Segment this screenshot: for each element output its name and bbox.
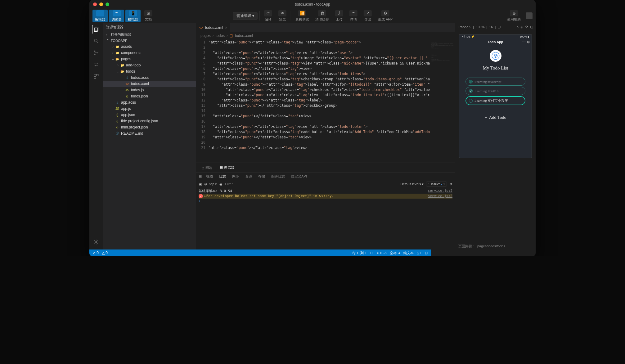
tree-item-todos[interactable]: ⌄📂todos (103, 68, 196, 74)
opened-editors-section[interactable]: 打开的编辑器 (103, 31, 196, 38)
clear-cache-button[interactable]: 🗑清理缓存 (313, 10, 331, 22)
sidebar-more-icon[interactable]: ⋯ (190, 25, 193, 29)
tree-item-components[interactable]: ›📁components (103, 50, 196, 56)
editor-tab[interactable]: <> todos.axml × (196, 23, 231, 32)
tree-item-app-json[interactable]: {}app.json (103, 112, 196, 118)
more-icon[interactable]: ▢ (530, 25, 533, 29)
clear-console-icon[interactable]: ⊘ (204, 182, 207, 186)
details-button[interactable]: ≡详情 (347, 10, 360, 22)
language-mode[interactable]: 纯文本 (403, 251, 414, 255)
settings-icon[interactable] (92, 238, 101, 246)
tree-item-todos-axml[interactable]: <>todos.axml (103, 81, 196, 87)
zoom-select[interactable]: 100% (476, 25, 484, 29)
feedback-icon[interactable]: ⊡ (425, 251, 428, 255)
compile-mode-select[interactable]: 普通编译 ▾ (233, 12, 258, 20)
device-select[interactable]: iPhone 5 (458, 25, 471, 29)
maximize-window-icon[interactable] (106, 2, 109, 6)
breadcrumb-item[interactable]: pages (200, 34, 211, 38)
issues-badge[interactable]: 1 Issue: ▪ 1 (426, 182, 447, 186)
console-source-link[interactable]: service.js:2 (428, 194, 452, 198)
problems-tab[interactable]: △ 问题 (199, 164, 215, 171)
explorer-icon[interactable] (92, 25, 101, 34)
tree-item-todos-js[interactable]: JStodos.js (103, 87, 196, 93)
subtab-存储[interactable]: 存储 (256, 173, 267, 179)
tree-item-mini-project-json[interactable]: {}mini.project.json (103, 124, 196, 130)
location-icon[interactable]: ◎ (520, 25, 524, 29)
breadcrumb-item[interactable]: todos (216, 34, 225, 38)
settings-gear-icon[interactable]: ⚙ (449, 182, 452, 186)
minimap[interactable]: <view class="page-todos"> <view class="u… (430, 39, 455, 163)
subtab-编译日志[interactable]: 编译日志 (269, 173, 287, 179)
extensions-icon[interactable] (92, 72, 101, 81)
editor-toggle[interactable]: 编辑器 (92, 10, 108, 22)
screenshot-icon[interactable]: ⟳ (525, 25, 528, 29)
checkbox-icon[interactable] (469, 99, 473, 103)
debugger-toggle[interactable]: ≡调试器 (109, 10, 124, 22)
line-ending[interactable]: LF (370, 251, 374, 255)
real-device-button[interactable]: 📶真机调试 (293, 10, 312, 22)
layout-indicator[interactable]: ⎘ 1 (417, 251, 422, 255)
help-button[interactable]: ⊜ 使用帮助 (505, 10, 523, 22)
console-source-link[interactable]: service.js:2 (428, 189, 452, 193)
tree-item-pages[interactable]: ⌄📂pages (103, 56, 196, 62)
stop-icon[interactable]: ▣ (199, 182, 202, 186)
simulator-toggle[interactable]: 📱模拟器 (125, 10, 141, 22)
levels-select[interactable]: Default levels ▾ (400, 182, 424, 186)
subtab-资源[interactable]: 资源 (243, 173, 254, 179)
chevron-right-icon: › (213, 34, 214, 38)
tree-item-todos-acss[interactable]: #todos.acss (103, 74, 196, 81)
add-todo-button[interactable]: + Add Todo (485, 115, 506, 120)
errors-status[interactable]: ⊘ 0 (92, 251, 99, 255)
tree-item-app-js[interactable]: JSapp.js (103, 106, 196, 112)
editor-area: <> todos.axml × pages › todos › ▢ todos.… (196, 23, 455, 249)
minimize-window-icon[interactable] (99, 2, 103, 6)
subtab-日志[interactable]: 日志 (217, 173, 228, 179)
editor-body[interactable]: 123456789101112131415161718192021 "attr"… (196, 39, 455, 163)
upload-button[interactable]: ⤴上传 (333, 10, 346, 22)
console-output[interactable]: 基础库版本: 3.0.54service.js:22▸For developer… (196, 188, 455, 249)
tree-item-todos-json[interactable]: {}todos.json (103, 93, 196, 99)
eye-icon[interactable]: ◉ (219, 182, 223, 186)
cursor-position[interactable]: 行 1, 列 1 (352, 251, 366, 255)
tree-item-add-todo[interactable]: ›📁add-todo (103, 62, 196, 68)
context-select[interactable]: top ▾ (209, 182, 217, 186)
user-avatar[interactable] (526, 12, 533, 19)
subtab-自定义API[interactable]: 自定义API (289, 173, 309, 179)
tree-item-fide-project-config-json[interactable]: {}fide.project.config.json (103, 118, 196, 124)
todo-item[interactable]: ✓Learning Javascript (465, 78, 525, 86)
breadcrumb-item[interactable]: todos.axml (235, 34, 253, 38)
code-content[interactable]: "attr">class="punc"><"attr">class="tag">… (209, 39, 430, 163)
checkbox-icon[interactable]: ✓ (469, 89, 473, 93)
subtab-网络[interactable]: 网络 (230, 173, 241, 179)
home-icon[interactable]: ⌂ (516, 25, 519, 29)
font-select[interactable]: 16 (489, 25, 493, 29)
swap-icon[interactable] (92, 60, 101, 69)
todo-item[interactable]: Learning 支付宝小程序 (465, 96, 525, 105)
tree-item-README-md[interactable]: ⓘREADME.md (103, 130, 196, 137)
compile-button[interactable]: ⟳编译 (262, 10, 275, 22)
search-icon[interactable] (92, 37, 101, 45)
rotate-icon[interactable]: ▢ (497, 25, 501, 29)
checkbox-icon[interactable]: ✓ (469, 80, 473, 83)
close-app-icon[interactable]: ⊗ (527, 40, 530, 44)
indentation[interactable]: 空格: 4 (390, 251, 400, 255)
debugger-tab[interactable]: ▦ 调试器 (217, 164, 237, 171)
warnings-status[interactable]: △ 0 (102, 251, 108, 255)
filter-input[interactable] (225, 182, 349, 186)
docs-button[interactable]: 🗎文档 (142, 10, 155, 22)
close-tab-icon[interactable]: × (225, 25, 227, 30)
project-section[interactable]: TODOAPP (103, 38, 196, 43)
preview-button[interactable]: 👁预览 (276, 10, 289, 22)
subtab-视图[interactable]: 视图 (204, 173, 215, 179)
layout-icon[interactable]: ▦ (199, 174, 202, 178)
console-prompt[interactable]: › (199, 199, 201, 203)
close-window-icon[interactable] (93, 2, 97, 6)
todo-item[interactable]: ✓Learning ES2016 (465, 87, 525, 95)
tree-item-assets[interactable]: ›📁assets (103, 43, 196, 50)
export-button[interactable]: ↗导出 (361, 10, 374, 22)
generate-app-button[interactable]: ⚙生成 APP (375, 10, 395, 22)
encoding[interactable]: UTF-8 (377, 251, 386, 255)
git-icon[interactable] (92, 48, 101, 57)
menu-icon[interactable]: ⋯ (522, 40, 526, 44)
tree-item-app-acss[interactable]: #app.acss (103, 99, 196, 106)
